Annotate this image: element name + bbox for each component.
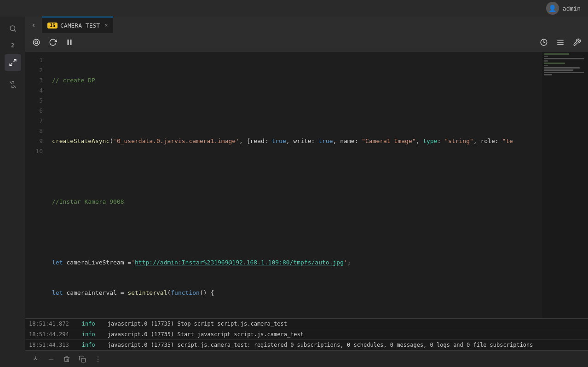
code-line xyxy=(48,227,542,237)
code-line: let cameraLiveStream ='http://admin:Inst… xyxy=(48,258,542,268)
code-content[interactable]: // create DP createStateAsync('0_userdat… xyxy=(48,52,542,318)
clear-log-icon[interactable] xyxy=(60,353,73,366)
svg-line-3 xyxy=(10,63,12,66)
top-bar: 👤 admin xyxy=(0,0,588,17)
history-icon[interactable] xyxy=(536,35,551,50)
settings-icon[interactable] xyxy=(570,35,584,50)
toolbar-right xyxy=(536,35,584,50)
search-icon[interactable] xyxy=(5,20,21,37)
sidebar-number: 2 xyxy=(11,42,14,49)
svg-point-16 xyxy=(98,356,98,357)
log-message: javascript.0 (17735) script.js.camera_te… xyxy=(104,340,588,350)
line-numbers: 1 2 3 4 5 6 7 8 9 10 xyxy=(25,52,48,318)
code-editor[interactable]: 1 2 3 4 5 6 7 8 9 10 // create DP create… xyxy=(25,52,588,318)
list-icon[interactable] xyxy=(553,35,568,50)
copy-icon[interactable] xyxy=(76,353,89,366)
tab-badge: JS xyxy=(47,23,58,29)
separator-icon: — xyxy=(45,353,58,366)
sidebar-nav-icon-1[interactable] xyxy=(5,54,21,71)
svg-line-4 xyxy=(10,81,12,84)
scroll-to-top-icon[interactable] xyxy=(29,353,42,366)
log-time: 18:51:41.872 xyxy=(25,319,78,329)
svg-point-6 xyxy=(33,39,40,46)
pause-icon[interactable] xyxy=(62,35,77,50)
log-level: info xyxy=(78,329,104,340)
user-info: 👤 admin xyxy=(546,2,581,15)
tab-bar: ‹ JS CAMERA TEST × xyxy=(25,17,588,33)
log-level: info xyxy=(78,319,104,329)
code-line: createStateAsync('0_userdata.0.jarvis.ca… xyxy=(48,136,542,146)
log-table: 18:51:41.872 info javascript.0 (17735) S… xyxy=(25,319,588,350)
sidebar-nav-icon-2[interactable] xyxy=(5,76,21,93)
minimap xyxy=(542,52,588,318)
log-message: javascript.0 (17735) Start javascript sc… xyxy=(104,329,588,340)
tab-close-button[interactable]: × xyxy=(104,22,108,29)
code-line xyxy=(48,166,542,177)
log-row: 18:51:44.313 info javascript.0 (17735) s… xyxy=(25,340,588,350)
log-level: info xyxy=(78,340,104,350)
svg-line-1 xyxy=(14,30,16,31)
svg-line-5 xyxy=(13,86,16,88)
code-line: // create DP xyxy=(48,75,542,86)
reload-icon[interactable] xyxy=(46,35,60,50)
code-toolbar xyxy=(25,33,588,52)
target-icon[interactable] xyxy=(29,35,44,50)
username: admin xyxy=(563,5,581,12)
editor-area: ‹ JS CAMERA TEST × xyxy=(25,17,588,367)
more-icon[interactable] xyxy=(92,353,104,366)
tab-title: CAMERA TEST xyxy=(60,22,100,29)
svg-point-0 xyxy=(10,26,15,31)
log-row: 18:51:41.872 info javascript.0 (17735) S… xyxy=(25,319,588,329)
log-row: 18:51:44.294 info javascript.0 (17735) S… xyxy=(25,329,588,340)
minimap-content xyxy=(542,52,588,78)
svg-point-18 xyxy=(98,361,98,361)
log-time: 18:51:44.313 xyxy=(25,340,78,350)
svg-rect-9 xyxy=(70,40,72,45)
back-button[interactable]: ‹ xyxy=(25,17,42,33)
log-panel: 18:51:41.872 info javascript.0 (17735) S… xyxy=(25,318,588,350)
svg-point-7 xyxy=(35,41,38,44)
code-line: //Instar Kamera 9008 xyxy=(48,197,542,207)
log-time: 18:51:44.294 xyxy=(25,329,78,340)
code-line xyxy=(48,106,542,116)
svg-line-2 xyxy=(13,59,16,62)
avatar: 👤 xyxy=(546,2,559,15)
code-line: let cameraInterval = setInterval(functio… xyxy=(48,288,542,298)
log-message: javascript.0 (17735) Stop script script.… xyxy=(104,319,588,329)
svg-rect-15 xyxy=(81,358,86,362)
main-layout: 2 ‹ JS CAMERA TEST × xyxy=(0,17,588,367)
bottom-toolbar: — xyxy=(25,350,588,367)
svg-rect-8 xyxy=(68,40,69,45)
left-sidebar: 2 xyxy=(0,17,25,367)
svg-point-17 xyxy=(98,359,98,360)
editor-tab[interactable]: JS CAMERA TEST × xyxy=(42,17,113,33)
